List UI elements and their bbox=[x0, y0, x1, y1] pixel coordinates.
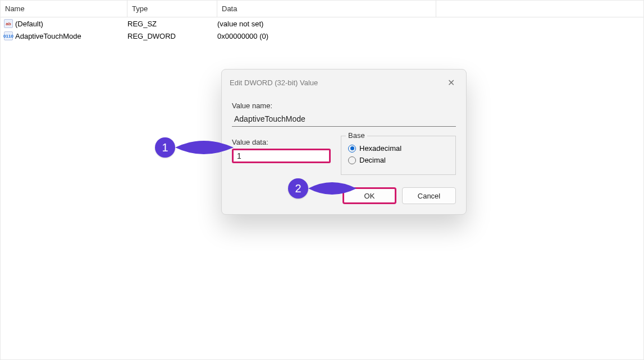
value-name-label: Value name: bbox=[232, 101, 456, 110]
base-fieldset: Base Hexadecimal Decimal bbox=[341, 136, 456, 175]
table-row[interactable]: ab (Default) REG_SZ (value not set) bbox=[1, 17, 643, 30]
value-data-input[interactable]: 1 bbox=[232, 149, 331, 163]
annotation-badge: 2 bbox=[288, 178, 308, 199]
row-data: (value not set) bbox=[217, 20, 436, 28]
radio-icon bbox=[348, 156, 356, 164]
row-name: AdaptiveTouchMode bbox=[15, 32, 81, 40]
registry-rows: ab (Default) REG_SZ (value not set) 0110… bbox=[1, 17, 643, 42]
radio-label: Decimal bbox=[359, 156, 386, 164]
cancel-button[interactable]: Cancel bbox=[402, 187, 456, 204]
column-header-name[interactable]: Name bbox=[1, 1, 127, 17]
radio-decimal[interactable]: Decimal bbox=[348, 156, 449, 164]
radio-hexadecimal[interactable]: Hexadecimal bbox=[348, 144, 449, 153]
reg-sz-icon: ab bbox=[4, 19, 13, 28]
column-header-data[interactable]: Data bbox=[217, 1, 436, 17]
row-type: REG_SZ bbox=[127, 20, 217, 28]
column-header-type[interactable]: Type bbox=[127, 1, 217, 17]
base-legend: Base bbox=[346, 131, 367, 140]
value-name-field[interactable]: AdaptiveTouchMode bbox=[232, 112, 456, 127]
annotation-step-2: 2 bbox=[288, 178, 357, 199]
table-row[interactable]: 0110 AdaptiveTouchMode REG_DWORD 0x00000… bbox=[1, 30, 643, 42]
row-data: 0x00000000 (0) bbox=[217, 32, 436, 40]
row-type: REG_DWORD bbox=[127, 32, 217, 40]
radio-label: Hexadecimal bbox=[359, 144, 401, 153]
annotation-pointer-icon bbox=[175, 136, 234, 159]
close-icon[interactable]: ✕ bbox=[444, 75, 458, 90]
annotation-pointer-icon bbox=[308, 178, 357, 199]
row-name: (Default) bbox=[15, 20, 43, 28]
dialog-title: Edit DWORD (32-bit) Value bbox=[230, 79, 318, 87]
radio-icon bbox=[348, 145, 356, 153]
reg-dword-icon: 0110 bbox=[4, 31, 13, 40]
registry-columns-header: Name Type Data bbox=[1, 1, 643, 17]
annotation-step-1: 1 bbox=[155, 136, 234, 159]
annotation-badge: 1 bbox=[155, 137, 175, 158]
value-data-label: Value data: bbox=[232, 138, 331, 146]
